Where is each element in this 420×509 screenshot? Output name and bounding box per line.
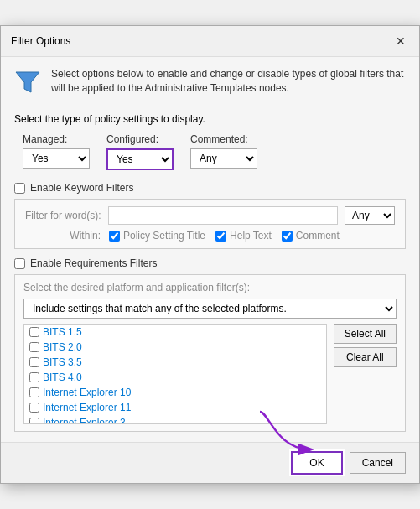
requirements-filter-label[interactable]: Enable Requirements Filters — [30, 257, 157, 269]
policy-title-label: Policy Setting Title — [123, 230, 205, 242]
within-options: Policy Setting Title Help Text Comment — [109, 230, 340, 242]
filter-for-label: Filter for word(s): — [25, 210, 101, 221]
list-item[interactable]: BITS 3.5 — [24, 355, 326, 370]
include-select[interactable]: Include settings that match any of the s… — [23, 299, 397, 319]
title-bar: Filter Options ✕ — [1, 26, 419, 57]
include-select-row: Include settings that match any of the s… — [23, 299, 397, 319]
managed-select[interactable]: Any Yes No — [23, 148, 90, 169]
keyword-input[interactable] — [108, 206, 338, 225]
comment-label: Comment — [296, 230, 340, 242]
bottom-bar: OK Cancel — [1, 442, 419, 483]
platform-checkbox[interactable] — [29, 403, 39, 413]
platform-area: BITS 1.5 BITS 2.0 BITS 3.5 BITS 4.0 — [23, 324, 397, 424]
filter-options-dialog: Filter Options ✕ Select options below to… — [0, 25, 420, 484]
keyword-filter-checkbox[interactable] — [14, 183, 25, 194]
requirements-inner: Select the desired platform and applicat… — [14, 274, 406, 432]
requirements-filter-section: Enable Requirements Filters Select the d… — [14, 257, 406, 432]
filter-words-row: Filter for word(s): Any All — [25, 206, 395, 225]
list-item[interactable]: BITS 4.0 — [24, 370, 326, 385]
help-text-option[interactable]: Help Text — [215, 230, 272, 242]
commented-group: Commented: Any Yes No — [190, 133, 257, 170]
keyword-filter-label[interactable]: Enable Keyword Filters — [30, 182, 133, 194]
dialog-body: Select options below to enable and chang… — [1, 57, 419, 442]
commented-select[interactable]: Any Yes No — [190, 148, 257, 169]
dropdowns-row: Managed: Any Yes No Configured: Any Yes … — [14, 133, 406, 170]
list-item[interactable]: BITS 1.5 — [24, 325, 326, 340]
policy-setting-title-option[interactable]: Policy Setting Title — [109, 230, 205, 242]
comment-option[interactable]: Comment — [282, 230, 340, 242]
close-button[interactable]: ✕ — [392, 33, 409, 49]
keyword-filter-box: Filter for word(s): Any All Within: Poli… — [14, 199, 406, 249]
list-item[interactable]: Internet Explorer 11 — [24, 400, 326, 415]
help-text-checkbox[interactable] — [215, 231, 226, 242]
within-row: Within: Policy Setting Title Help Text — [25, 230, 395, 242]
configured-group: Configured: Any Yes No — [106, 133, 174, 170]
policy-type-label: Select the type of policy settings to di… — [14, 113, 406, 125]
platform-label: BITS 3.5 — [43, 356, 82, 368]
header-divider — [14, 106, 406, 106]
configured-label: Configured: — [106, 133, 174, 145]
platform-label: BITS 2.0 — [43, 341, 82, 353]
comment-checkbox[interactable] — [282, 231, 293, 242]
header-description: Select options below to enable and chang… — [51, 67, 406, 96]
list-item[interactable]: Internet Explorer 10 — [24, 385, 326, 400]
select-all-button[interactable]: Select All — [334, 324, 397, 344]
platform-label: Internet Explorer 3 — [43, 417, 126, 424]
dialog-title: Filter Options — [11, 35, 70, 47]
policy-title-checkbox[interactable] — [109, 231, 120, 242]
platform-checkbox[interactable] — [29, 327, 39, 337]
platform-label: Internet Explorer 11 — [43, 402, 131, 413]
platform-checkbox[interactable] — [29, 387, 39, 397]
requirements-checkbox-row: Enable Requirements Filters — [14, 257, 406, 269]
keyword-checkbox-row: Enable Keyword Filters — [14, 182, 406, 194]
keyword-filter-section: Enable Keyword Filters Filter for word(s… — [14, 182, 406, 249]
within-label: Within: — [25, 230, 101, 242]
platform-label: BITS 1.5 — [43, 326, 82, 338]
clear-all-button[interactable]: Clear All — [334, 347, 397, 367]
help-text-label: Help Text — [230, 230, 272, 242]
requirements-desc: Select the desired platform and applicat… — [23, 282, 397, 293]
managed-group: Managed: Any Yes No — [23, 133, 90, 170]
keyword-any-select[interactable]: Any All — [345, 206, 395, 225]
platform-label: Internet Explorer 10 — [43, 387, 131, 398]
platform-checkbox[interactable] — [29, 342, 39, 352]
cancel-button[interactable]: Cancel — [350, 452, 406, 474]
list-item[interactable]: Internet Explorer 3 — [24, 415, 326, 424]
svg-marker-0 — [16, 72, 39, 92]
header-section: Select options below to enable and chang… — [14, 67, 406, 96]
filter-icon — [14, 69, 41, 96]
commented-label: Commented: — [190, 133, 257, 145]
managed-label: Managed: — [23, 133, 90, 145]
list-item[interactable]: BITS 2.0 — [24, 340, 326, 355]
policy-type-section: Select the type of policy settings to di… — [14, 113, 406, 170]
requirements-filter-checkbox[interactable] — [14, 258, 25, 269]
platform-list[interactable]: BITS 1.5 BITS 2.0 BITS 3.5 BITS 4.0 — [23, 324, 327, 424]
ok-button[interactable]: OK — [291, 451, 342, 475]
platform-label: BITS 4.0 — [43, 371, 82, 383]
configured-select[interactable]: Any Yes No — [106, 148, 174, 170]
platform-checkbox[interactable] — [29, 357, 39, 367]
platform-checkbox[interactable] — [29, 372, 39, 382]
side-buttons: Select All Clear All — [334, 324, 397, 424]
platform-checkbox[interactable] — [29, 418, 39, 424]
